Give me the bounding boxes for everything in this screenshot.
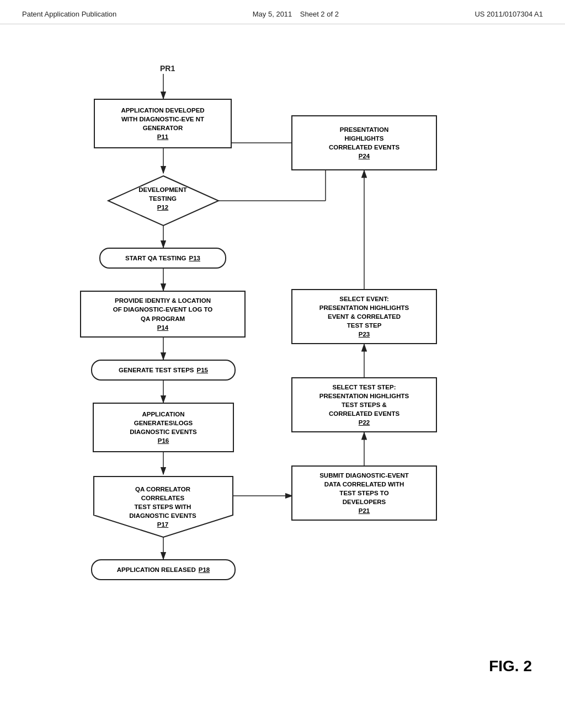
p24-text: PRESENTATIONHIGHLIGHTSCORRELATED EVENTS: [329, 125, 399, 152]
p16-ref: P16: [158, 436, 169, 445]
p17-ref: P17: [157, 521, 168, 528]
diagram-svg: PR1: [0, 35, 565, 697]
p13-ref: P13: [189, 254, 200, 263]
p14-ref: P14: [157, 323, 168, 332]
p16-text: APPLICATIONGENERATES\LOGSDIAGNOSTIC EVEN…: [130, 410, 196, 436]
p21-text: SUBMIT DIAGNOSTIC-EVENTDATA CORRELATED W…: [319, 471, 409, 506]
p15-text: GENERATE TEST STEPS: [119, 366, 194, 374]
p23-box: SELECT EVENT:PRESENTATION HIGHLIGHTSEVEN…: [291, 289, 437, 344]
p13-text: START QA TESTING: [125, 254, 186, 263]
p23-text: SELECT EVENT:PRESENTATION HIGHLIGHTSEVEN…: [319, 295, 409, 330]
p11-text: APPLICATION DEVELOPEDWITH DIAGNOSTIC-EVE…: [121, 106, 204, 132]
figure-label: FIG. 2: [489, 657, 532, 675]
p23-ref: P23: [359, 330, 370, 339]
p18-text: APPLICATION RELEASED: [117, 565, 196, 574]
p15-box: GENERATE TEST STEPS P15: [91, 360, 236, 381]
header-publication: Patent Application Publication: [22, 10, 116, 18]
p24-box: PRESENTATIONHIGHLIGHTSCORRELATED EVENTS …: [291, 115, 437, 170]
p11-box: APPLICATION DEVELOPEDWITH DIAGNOSTIC-EVE…: [94, 99, 232, 148]
p16-box: APPLICATIONGENERATES\LOGSDIAGNOSTIC EVEN…: [93, 403, 234, 452]
header-date: May 5, 2011: [253, 10, 292, 18]
p18-box: APPLICATION RELEASED P18: [91, 559, 236, 580]
page-header: Patent Application Publication May 5, 20…: [0, 0, 565, 24]
p15-ref: P15: [197, 366, 208, 374]
p21-ref: P21: [359, 506, 370, 515]
p17-label: QA CORRELATORCORRELATESTEST STEPS WITHDI…: [102, 485, 223, 529]
p14-text: PROVIDE IDENTIY & LOCATIONOF DIAGNOSTIC-…: [113, 296, 213, 323]
header-patent: US 2011/0107304 A1: [475, 10, 543, 18]
p22-text: SELECT TEST STEP:PRESENTATION HIGHLIGHTS…: [319, 383, 409, 418]
p14-box: PROVIDE IDENTIY & LOCATIONOF DIAGNOSTIC-…: [80, 291, 246, 338]
p13-box: START QA TESTING P13: [99, 248, 226, 269]
header-sheet: Sheet 2 of 2: [300, 10, 339, 18]
p21-box: SUBMIT DIAGNOSTIC-EVENTDATA CORRELATED W…: [291, 465, 437, 521]
pr1-label: PR1: [160, 64, 175, 73]
diagram-area: PR1: [0, 35, 565, 697]
p11-ref: P11: [157, 132, 168, 141]
p12-label: DEVELOPMENTTESTINGP12: [127, 185, 199, 212]
header-center: May 5, 2011 Sheet 2 of 2: [253, 10, 339, 18]
p24-ref: P24: [359, 152, 370, 160]
p12-ref: P12: [157, 204, 168, 211]
p22-ref: P22: [359, 418, 370, 427]
p22-box: SELECT TEST STEP:PRESENTATION HIGHLIGHTS…: [291, 377, 437, 432]
p18-ref: P18: [199, 565, 210, 574]
